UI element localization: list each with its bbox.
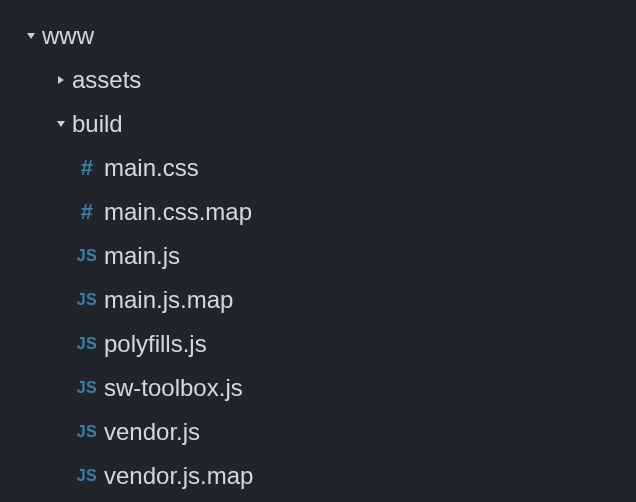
tree-folder-www[interactable]: www (0, 14, 636, 58)
file-label: main.js (102, 234, 180, 278)
tree-file[interactable]: # main.css (0, 146, 636, 190)
folder-label: www (40, 14, 94, 58)
file-label: vendor.js (102, 410, 200, 454)
tree-file[interactable]: JS vendor.js.map (0, 454, 636, 498)
folder-label: assets (70, 58, 141, 102)
js-file-icon: JS (72, 454, 102, 498)
js-file-icon: JS (72, 278, 102, 322)
tree-file[interactable]: JS sw-toolbox.js (0, 366, 636, 410)
tree-file[interactable]: JS main.js (0, 234, 636, 278)
tree-file[interactable]: JS polyfills.js (0, 322, 636, 366)
file-label: vendor.js.map (102, 454, 253, 498)
js-file-icon: JS (72, 410, 102, 454)
js-file-icon: JS (72, 366, 102, 410)
css-file-icon: # (72, 146, 102, 190)
tree-file[interactable]: JS main.js.map (0, 278, 636, 322)
file-label: sw-toolbox.js (102, 366, 243, 410)
file-label: main.css.map (102, 190, 252, 234)
file-label: main.css (102, 146, 199, 190)
file-label: polyfills.js (102, 322, 207, 366)
tree-folder-assets[interactable]: assets (0, 58, 636, 102)
tree-file[interactable]: # main.css.map (0, 190, 636, 234)
chevron-down-icon (52, 119, 70, 129)
tree-file[interactable]: JS vendor.js (0, 410, 636, 454)
folder-label: build (70, 102, 123, 146)
chevron-down-icon (22, 31, 40, 41)
js-file-icon: JS (72, 234, 102, 278)
chevron-right-icon (52, 75, 70, 85)
js-file-icon: JS (72, 322, 102, 366)
file-label: main.js.map (102, 278, 233, 322)
tree-folder-build[interactable]: build (0, 102, 636, 146)
css-file-icon: # (72, 190, 102, 234)
file-tree: www assets build # main.css # main.css.m… (0, 0, 636, 498)
